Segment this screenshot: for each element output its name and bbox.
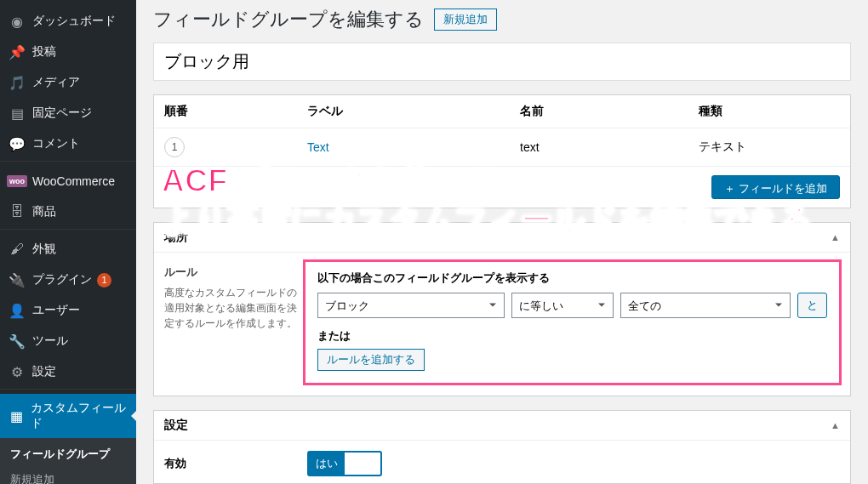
page-header: フィールドグループを編集する 新規追加 (153, 7, 851, 32)
sidebar-item-woocommerce[interactable]: woo WooCommerce (0, 166, 136, 196)
location-panel-header[interactable]: 場所 ▲ (154, 223, 850, 253)
sidebar-item-tools[interactable]: 🔧 ツール (0, 326, 136, 356)
col-header-type: 種類 (699, 104, 840, 119)
sidebar-item-comments[interactable]: 💬 コメント (0, 128, 136, 162)
sidebar-item-label: カスタムフィールド (31, 401, 128, 431)
sidebar-item-products[interactable]: 🗄 商品 (0, 196, 136, 230)
pin-icon: 📌 (9, 43, 26, 60)
col-header-name: 名前 (520, 104, 699, 119)
woo-icon: woo (9, 173, 26, 190)
comment-icon: 💬 (9, 135, 26, 152)
col-header-label: ラベル (307, 104, 520, 119)
or-label: または (317, 328, 827, 344)
sidebar-item-label: ユーザー (32, 303, 80, 318)
sidebar-item-media[interactable]: 🎵 メディア (0, 67, 136, 98)
wrench-icon: 🔧 (9, 333, 26, 350)
sidebar-item-dashboard[interactable]: ◉ ダッシュボード (0, 6, 136, 37)
location-rules-sidebox: ルール 高度なカスタムフィールドの適用対象となる編集画面を決定するルールを作成し… (164, 265, 305, 380)
user-icon: 👤 (9, 302, 26, 319)
gear-icon: ⚙ (9, 363, 26, 380)
field-name-text: text (520, 140, 540, 154)
active-toggle[interactable]: はい (307, 451, 382, 476)
rule-value-select[interactable]: 全ての (620, 293, 791, 318)
sidebar-item-label: 設定 (32, 364, 56, 379)
field-label-link[interactable]: Text (307, 140, 329, 154)
rule-param-select[interactable]: ブロック (317, 293, 505, 318)
main-content: フィールドグループを編集する 新規追加 順番 ラベル 名前 種類 1 Text … (136, 0, 868, 484)
sidebar-submenu: フィールドグループ 新規追加 ツール (0, 438, 136, 484)
sidebar-item-label: 外観 (32, 242, 56, 257)
sidebar-item-label: ダッシュボード (32, 14, 116, 29)
add-new-button[interactable]: 新規追加 (434, 9, 497, 31)
sidebar-item-label: WooCommerce (32, 174, 115, 188)
sidebar-item-label: 固定ページ (32, 105, 92, 121)
admin-sidebar: ◉ ダッシュボード 📌 投稿 🎵 メディア ▤ 固定ページ 💬 コメント woo… (0, 0, 136, 484)
sidebar-item-settings[interactable]: ⚙ 設定 (0, 356, 136, 390)
rules-label: ルール (164, 265, 305, 280)
collapse-icon[interactable]: ▲ (831, 420, 840, 430)
submenu-item-add-new[interactable]: 新規追加 (0, 467, 136, 484)
sidebar-item-label: メディア (32, 75, 80, 90)
layout-icon: ▦ (9, 407, 24, 424)
submenu-item-field-groups[interactable]: フィールドグループ (0, 441, 136, 467)
rule-operator-select[interactable]: に等しい (511, 293, 614, 318)
sidebar-item-label: プラグイン (32, 272, 92, 288)
fields-header-row: 順番 ラベル 名前 種類 (154, 95, 850, 128)
panel-title: 設定 (164, 418, 188, 433)
col-header-order: 順番 (164, 104, 307, 119)
sidebar-item-pages[interactable]: ▤ 固定ページ (0, 98, 136, 128)
gauge-icon: ◉ (9, 13, 26, 30)
archive-icon: 🗄 (9, 203, 26, 220)
field-order-badge: 1 (164, 137, 185, 157)
field-type-text: テキスト (699, 140, 746, 153)
sidebar-item-label: ツール (32, 333, 68, 349)
toggle-on-label: はい (309, 453, 345, 475)
add-field-button[interactable]: ＋ フィールドを追加 (711, 175, 840, 199)
field-group-title-input[interactable] (153, 43, 851, 81)
brush-icon: 🖌 (9, 241, 26, 258)
rule-row: ブロック に等しい 全ての と (317, 293, 827, 318)
sidebar-item-plugins[interactable]: 🔌 プラグイン 1 (0, 265, 136, 295)
sidebar-item-label: 投稿 (32, 44, 56, 60)
media-icon: 🎵 (9, 74, 26, 91)
sidebar-item-posts[interactable]: 📌 投稿 (0, 37, 136, 67)
settings-panel: 設定 ▲ 有効 はい (153, 410, 851, 484)
active-label: 有効 (164, 456, 307, 471)
panel-title: 場所 (164, 230, 188, 245)
submenu-item-label: 新規追加 (10, 473, 54, 484)
add-rule-group-button[interactable]: ルールを追加する (317, 349, 425, 371)
plug-icon: 🔌 (9, 271, 26, 288)
page-icon: ▤ (9, 105, 26, 122)
fields-panel: 順番 ラベル 名前 種類 1 Text text テキスト ＋ フィールドを追加 (153, 94, 851, 208)
sidebar-item-appearance[interactable]: 🖌 外観 (0, 234, 136, 265)
update-badge: 1 (97, 273, 111, 288)
location-panel: 場所 ▲ ルール 高度なカスタムフィールドの適用対象となる編集画面を決定するルー… (153, 222, 851, 396)
sidebar-item-label: コメント (32, 136, 80, 151)
collapse-icon[interactable]: ▲ (831, 232, 840, 242)
sidebar-item-label: 商品 (32, 204, 56, 219)
field-row[interactable]: 1 Text text テキスト (154, 128, 850, 167)
rules-highlight-box: 以下の場合このフィールドグループを表示する ブロック に等しい 全ての と また… (303, 259, 842, 385)
rules-heading: 以下の場合このフィールドグループを表示する (317, 270, 827, 286)
page-title: フィールドグループを編集する (153, 7, 424, 32)
add-and-button[interactable]: と (797, 293, 827, 318)
settings-panel-header[interactable]: 設定 ▲ (154, 411, 850, 441)
sidebar-item-custom-fields[interactable]: ▦ カスタムフィールド (0, 394, 136, 438)
submenu-item-label: フィールドグループ (10, 447, 110, 460)
rules-description: 高度なカスタムフィールドの適用対象となる編集画面を決定するルールを作成します。 (164, 285, 305, 331)
sidebar-item-users[interactable]: 👤 ユーザー (0, 295, 136, 326)
